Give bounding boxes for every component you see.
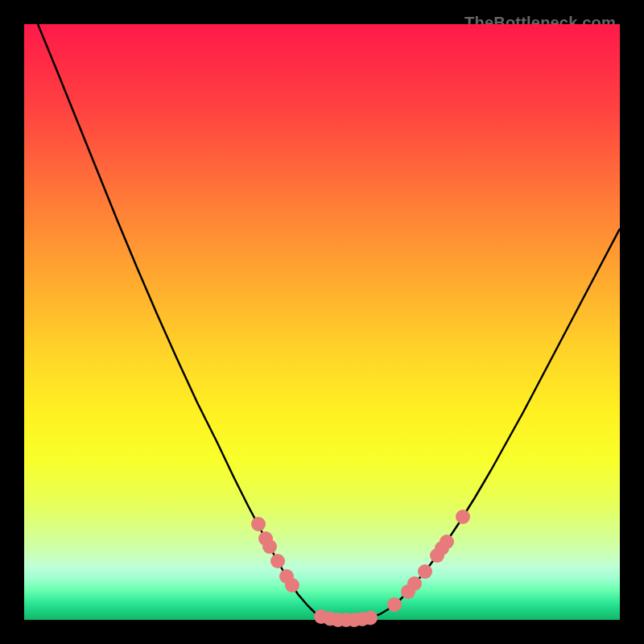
left-marker-6 — [285, 578, 299, 592]
plot-area — [24, 24, 620, 620]
right-marker-1 — [387, 597, 402, 612]
chart-frame: TheBottleneck.com — [12, 12, 632, 632]
bottleneck-curve — [38, 24, 620, 620]
left-marker-3 — [262, 539, 277, 554]
right-marker-8 — [456, 510, 470, 524]
flat-marker-7 — [363, 611, 378, 625]
right-marker-3 — [407, 576, 422, 591]
right-marker-7 — [440, 535, 454, 549]
curve-layer — [24, 24, 620, 620]
right-marker-4 — [418, 564, 432, 579]
left-marker-1 — [251, 517, 266, 531]
left-marker-4 — [270, 554, 285, 568]
